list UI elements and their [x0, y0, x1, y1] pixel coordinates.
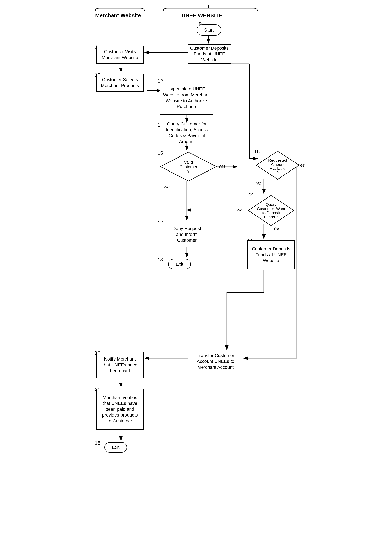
node-13: Hyperlink to UNEE Website from Merchant …: [160, 81, 213, 115]
exit-node-2: Exit: [105, 442, 127, 452]
svg-text:Valid: Valid: [184, 160, 193, 165]
node-16-diamond: Requested Amount Available ?: [256, 150, 300, 180]
node-20: Notify Merchant that UNEEs have been pai…: [96, 352, 144, 379]
svg-text:Amount: Amount: [271, 162, 284, 167]
step-num-18b: 18: [95, 440, 100, 446]
exit-node-1: Exit: [168, 259, 191, 269]
yes-label-22: Yes: [273, 226, 280, 231]
svg-text:Available: Available: [270, 166, 286, 171]
node-19: Transfer Customer Account UNEEs to Merch…: [188, 350, 243, 373]
node-17: Deny Request and Inform Customer: [160, 222, 214, 247]
no-label-16: No: [256, 181, 261, 186]
node-15-diamond: Valid Customer ?: [160, 151, 217, 182]
merchant-website-label: Merchant Website: [95, 12, 141, 19]
svg-text:?: ?: [187, 169, 189, 173]
node-22-diamond: Query Customer: Want to Deposit Funds ?: [247, 194, 295, 227]
node-10: Customer Deposits Funds at UNEE Website: [188, 44, 231, 64]
svg-text:to Deposit: to Deposit: [262, 211, 280, 215]
no-label-22: No: [237, 208, 243, 213]
node-23: Customer Deposits Funds at UNEE Website: [247, 240, 295, 269]
svg-text:Customer: Customer: [180, 165, 197, 169]
yes-label-15: Yes: [218, 164, 225, 169]
svg-text:Requested: Requested: [268, 158, 287, 162]
step-num-18a: 18: [158, 257, 163, 263]
svg-text:Query: Query: [266, 202, 276, 207]
node-21: Merchant verifies that UNEEs have been p…: [96, 389, 144, 430]
yes-label-16: Yes: [298, 163, 305, 168]
svg-text:Customer: Want: Customer: Want: [257, 207, 285, 211]
svg-text:Funds ?: Funds ?: [264, 215, 278, 219]
node-11: Customer Visits Merchant Website: [96, 46, 144, 64]
unee-website-label: UNEE WEBSITE: [182, 12, 222, 19]
node-12: Customer Selects Merchant Products: [96, 74, 144, 92]
node-14: Query Customer for Identification, Acces…: [160, 123, 214, 142]
no-label-15: No: [164, 184, 170, 189]
svg-text:?: ?: [277, 171, 279, 175]
start-node: Start: [197, 24, 221, 36]
